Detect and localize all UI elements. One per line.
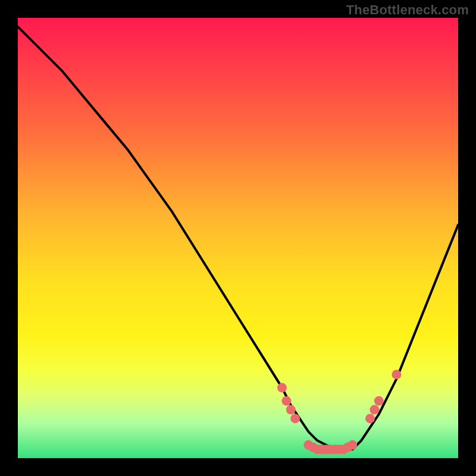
plot-area xyxy=(18,18,458,458)
marker-dot xyxy=(290,414,300,423)
curve-path xyxy=(18,27,458,449)
watermark-text: TheBottleneck.com xyxy=(346,2,469,18)
outer-frame: TheBottleneck.com xyxy=(0,0,476,476)
marker-dot xyxy=(281,396,291,406)
bottleneck-curve xyxy=(18,27,458,449)
marker-dot xyxy=(392,369,401,379)
marker-dot xyxy=(286,405,296,415)
marker-dot xyxy=(347,440,357,450)
marker-dot xyxy=(277,383,287,393)
marker-dot xyxy=(365,414,375,423)
chart-svg xyxy=(18,18,458,458)
marker-dot xyxy=(369,405,379,415)
marker-dot xyxy=(374,396,384,406)
